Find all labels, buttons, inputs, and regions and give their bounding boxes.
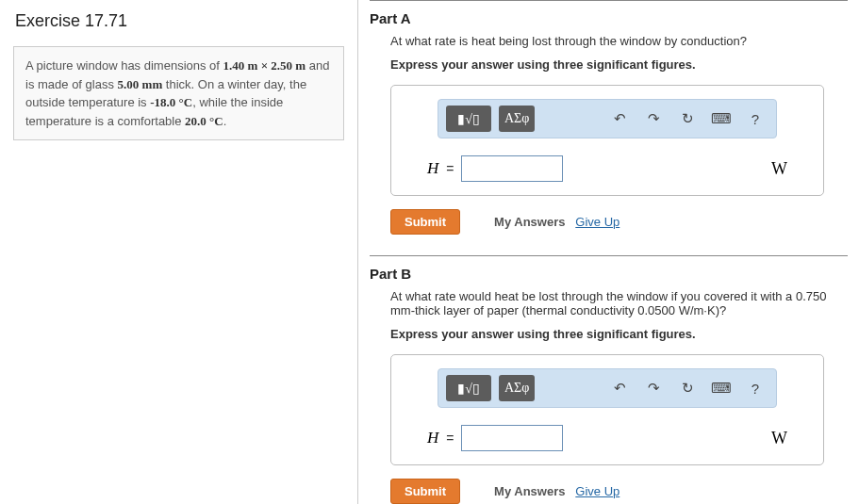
- keyboard-icon[interactable]: ⌨: [708, 375, 735, 401]
- reset-icon[interactable]: ↻: [674, 106, 701, 132]
- divider: [370, 0, 848, 1]
- reset-icon[interactable]: ↻: [674, 375, 701, 401]
- problem-tin: 20.0 °C: [185, 114, 223, 128]
- question-text: At what rate would heat be lost through …: [390, 289, 796, 303]
- templates-button[interactable]: ▮√▯: [446, 106, 491, 132]
- undo-icon[interactable]: ↶: [606, 375, 633, 401]
- unit-label: W: [771, 429, 787, 448]
- answer-input-b[interactable]: [461, 425, 563, 451]
- variable-label: H: [427, 159, 438, 178]
- question-text: )?: [716, 303, 727, 317]
- part-b: Part B At what rate would heat be lost t…: [370, 266, 848, 504]
- equals-sign: =: [446, 431, 454, 446]
- redo-icon[interactable]: ↷: [640, 106, 667, 132]
- give-up-link[interactable]: Give Up: [575, 484, 619, 498]
- problem-tout: -18.0 °C: [150, 95, 192, 109]
- exercise-title: Exercise 17.71: [15, 11, 344, 31]
- divider: [370, 255, 848, 256]
- submit-button[interactable]: Submit: [390, 479, 460, 504]
- redo-icon[interactable]: ↷: [640, 375, 667, 401]
- help-icon[interactable]: ?: [742, 106, 768, 132]
- answer-box-b: ▮√▯ ΑΣφ ↶ ↷ ↻ ⌨ ? H = W: [390, 354, 824, 465]
- part-b-instruction: Express your answer using three signific…: [390, 327, 848, 341]
- greek-button[interactable]: ΑΣφ: [499, 106, 535, 132]
- give-up-link[interactable]: Give Up: [575, 215, 619, 229]
- answer-input-a[interactable]: [461, 155, 563, 182]
- part-b-title: Part B: [370, 266, 848, 282]
- equation-toolbar: ▮√▯ ΑΣφ ↶ ↷ ↻ ⌨ ?: [438, 368, 777, 408]
- keyboard-icon[interactable]: ⌨: [708, 106, 735, 132]
- unit-label: W: [771, 159, 787, 179]
- undo-icon[interactable]: ↶: [606, 106, 633, 132]
- part-a-question: At what rate is heat being lost through …: [390, 34, 848, 48]
- part-a: Part A At what rate is heat being lost t…: [370, 10, 848, 235]
- problem-thick: 5.00 mm: [118, 77, 163, 91]
- problem-text: A picture window has dimensions of: [25, 58, 223, 73]
- my-answers-label: My Answers: [494, 215, 565, 229]
- answer-box-a: ▮√▯ ΑΣφ ↶ ↷ ↻ ⌨ ? H = W: [390, 85, 824, 196]
- submit-button[interactable]: Submit: [390, 209, 460, 235]
- thermal-conductivity: 0.0500 W/m·K: [637, 303, 715, 317]
- equation-toolbar: ▮√▯ ΑΣφ ↶ ↷ ↻ ⌨ ?: [438, 99, 777, 138]
- problem-statement: A picture window has dimensions of 1.40 …: [13, 46, 344, 140]
- help-icon[interactable]: ?: [742, 375, 768, 401]
- equals-sign: =: [446, 161, 454, 176]
- part-a-instruction: Express your answer using three signific…: [390, 57, 848, 72]
- question-text: -thick layer of paper (thermal conductiv…: [411, 303, 638, 317]
- problem-dim: 1.40 m × 2.50 m: [223, 58, 306, 73]
- templates-button[interactable]: ▮√▯: [446, 375, 491, 401]
- my-answers-label: My Answers: [494, 484, 565, 498]
- variable-label: H: [427, 429, 438, 447]
- part-a-title: Part A: [370, 10, 848, 26]
- greek-button[interactable]: ΑΣφ: [499, 375, 535, 401]
- problem-text: .: [223, 114, 227, 128]
- part-b-question: At what rate would heat be lost through …: [390, 289, 848, 317]
